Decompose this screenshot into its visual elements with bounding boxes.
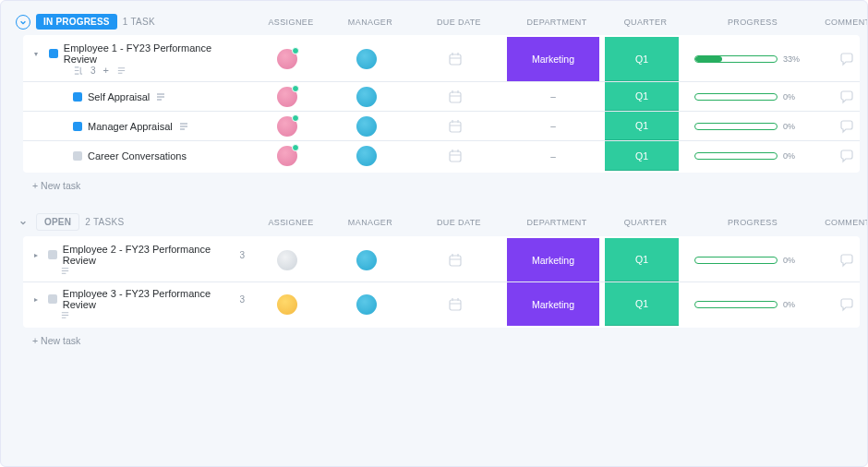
expand-caret-icon[interactable]: ▸ bbox=[34, 251, 42, 259]
add-subtask[interactable]: + bbox=[103, 65, 109, 76]
group-open: OPEN 2 TASKS ASSIGNEE MANAGER DUE DATE D… bbox=[5, 210, 860, 346]
status-square[interactable] bbox=[48, 294, 57, 304]
progress-cell[interactable]: 0% bbox=[684, 282, 814, 326]
subtask-title[interactable]: Self Appraisal bbox=[88, 91, 150, 102]
due-date-cell[interactable] bbox=[409, 148, 501, 164]
avatar-manager[interactable] bbox=[356, 146, 377, 166]
avatar-assignee[interactable] bbox=[277, 294, 297, 315]
department-cell[interactable]: – bbox=[507, 91, 599, 102]
comments-cell[interactable] bbox=[819, 89, 868, 105]
manager-cell[interactable] bbox=[330, 238, 404, 281]
task-title[interactable]: Employee 3 - FY23 Performance Review bbox=[63, 288, 225, 310]
comments-cell[interactable] bbox=[819, 118, 868, 135]
department-cell[interactable]: Marketing bbox=[507, 282, 599, 326]
progress-cell[interactable]: 0% bbox=[684, 122, 814, 131]
quarter-cell[interactable]: Q1 bbox=[605, 141, 679, 171]
avatar-manager[interactable] bbox=[356, 87, 377, 107]
avatar-assignee[interactable] bbox=[277, 49, 297, 69]
progress-value: 0% bbox=[783, 92, 803, 102]
status-square[interactable] bbox=[73, 122, 82, 131]
subtask-count: 3 bbox=[90, 66, 96, 76]
task-name-cell[interactable]: ▸ Employee 3 - FY23 Performance Review 3 bbox=[23, 288, 245, 310]
assignee-cell[interactable] bbox=[250, 87, 324, 107]
manager-cell[interactable] bbox=[330, 282, 404, 326]
avatar-assignee[interactable] bbox=[277, 87, 297, 107]
svg-rect-5 bbox=[450, 300, 461, 310]
comments-cell[interactable] bbox=[819, 238, 868, 281]
subtask-name-cell[interactable]: Self Appraisal bbox=[23, 91, 245, 102]
assignee-cell[interactable] bbox=[250, 282, 324, 326]
assignee-cell[interactable] bbox=[250, 37, 324, 81]
progress-cell[interactable]: 33% bbox=[684, 37, 814, 81]
quarter-cell[interactable]: Q1 bbox=[605, 238, 679, 281]
avatar-assignee[interactable] bbox=[277, 250, 297, 270]
due-date-cell[interactable] bbox=[409, 282, 501, 326]
comment-icon bbox=[838, 296, 855, 313]
subtask-title[interactable]: Career Conversations bbox=[88, 150, 187, 162]
quarter-cell[interactable]: Q1 bbox=[605, 282, 679, 326]
col-head-manager: MANAGER bbox=[333, 18, 407, 27]
due-date-cell[interactable] bbox=[409, 238, 501, 281]
comments-cell[interactable] bbox=[819, 148, 868, 164]
task-name-cell[interactable]: ▸ Employee 2 - FY23 Performance Review 3 bbox=[23, 244, 245, 266]
comment-icon bbox=[838, 148, 855, 164]
department-cell[interactable]: – bbox=[507, 121, 599, 131]
due-date-cell[interactable] bbox=[409, 118, 501, 135]
col-head-due-date: DUE DATE bbox=[413, 18, 505, 27]
comments-cell[interactable] bbox=[819, 282, 868, 326]
expand-caret-icon[interactable]: ▸ bbox=[34, 295, 42, 304]
col-head-comments: COMMENTS bbox=[823, 218, 868, 227]
expand-caret-icon[interactable]: ▾ bbox=[34, 50, 43, 58]
description-icon bbox=[60, 266, 70, 276]
status-square[interactable] bbox=[73, 92, 82, 102]
task-title[interactable]: Employee 1 - FY23 Performance Review bbox=[64, 42, 245, 65]
svg-rect-0 bbox=[450, 54, 461, 65]
content: IN PROGRESS 1 TASK ASSIGNEE MANAGER DUE … bbox=[1, 1, 867, 374]
description-icon bbox=[155, 91, 166, 102]
status-square[interactable] bbox=[49, 49, 58, 58]
status-pill[interactable]: IN PROGRESS bbox=[36, 14, 117, 30]
col-head-manager: MANAGER bbox=[333, 218, 407, 227]
quarter-cell[interactable]: Q1 bbox=[605, 112, 679, 140]
subtask-name-cell[interactable]: Manager Appraisal bbox=[23, 121, 245, 132]
subtask-row: Career Conversations – Q1 0% bbox=[23, 141, 860, 171]
status-square[interactable] bbox=[73, 151, 82, 161]
task-title[interactable]: Employee 2 - FY23 Performance Review bbox=[63, 244, 225, 266]
subtask-title[interactable]: Manager Appraisal bbox=[88, 121, 173, 132]
progress-cell[interactable]: 0% bbox=[684, 151, 814, 161]
collapse-group-icon[interactable] bbox=[16, 15, 30, 30]
quarter-cell[interactable]: Q1 bbox=[605, 82, 679, 111]
avatar-assignee[interactable] bbox=[277, 146, 297, 166]
due-date-cell[interactable] bbox=[409, 37, 501, 81]
avatar-manager[interactable] bbox=[356, 49, 377, 69]
col-head-quarter: QUARTER bbox=[609, 218, 682, 227]
calendar-icon bbox=[447, 89, 464, 105]
status-pill[interactable]: OPEN bbox=[36, 213, 79, 231]
assignee-cell[interactable] bbox=[250, 238, 324, 281]
status-square[interactable] bbox=[48, 250, 57, 259]
subtask-name-cell[interactable]: Career Conversations bbox=[23, 150, 245, 162]
avatar-manager[interactable] bbox=[356, 294, 377, 315]
avatar-manager[interactable] bbox=[356, 250, 377, 270]
progress-cell[interactable]: 0% bbox=[684, 92, 814, 102]
assignee-cell[interactable] bbox=[250, 146, 324, 166]
manager-cell[interactable] bbox=[330, 37, 404, 81]
avatar-manager[interactable] bbox=[356, 116, 377, 137]
department-cell[interactable]: Marketing bbox=[507, 37, 599, 81]
task-name-cell[interactable]: ▾ Employee 1 - FY23 Performance Review bbox=[23, 42, 245, 65]
department-cell[interactable]: – bbox=[507, 151, 599, 162]
new-task-button[interactable]: + New task bbox=[5, 328, 860, 346]
avatar-assignee[interactable] bbox=[277, 116, 297, 137]
due-date-cell[interactable] bbox=[409, 89, 501, 105]
assignee-cell[interactable] bbox=[250, 116, 324, 137]
new-task-button[interactable]: + New task bbox=[5, 173, 860, 191]
collapse-group-icon[interactable] bbox=[16, 215, 30, 230]
task-table: ▸ Employee 2 - FY23 Performance Review 3 bbox=[23, 236, 860, 328]
comments-cell[interactable] bbox=[819, 37, 868, 81]
progress-cell[interactable]: 0% bbox=[684, 238, 814, 281]
manager-cell[interactable] bbox=[330, 146, 404, 166]
quarter-cell[interactable]: Q1 bbox=[605, 37, 679, 81]
department-cell[interactable]: Marketing bbox=[507, 238, 599, 281]
manager-cell[interactable] bbox=[330, 116, 404, 137]
manager-cell[interactable] bbox=[330, 87, 404, 107]
